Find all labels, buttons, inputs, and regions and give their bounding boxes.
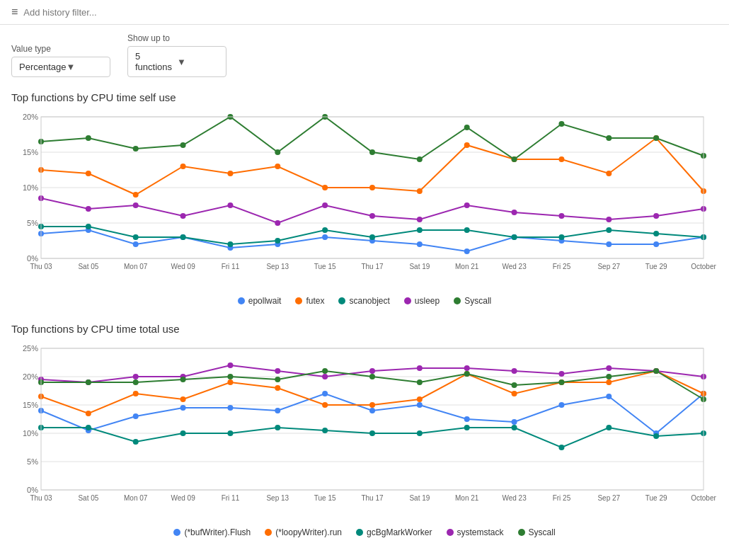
show-up-to-control: Show up to 5 functions ▼ [127, 33, 226, 77]
legend-item: futex [295, 296, 324, 306]
chart2-section: Top functions by CPU time total use (*bu… [0, 317, 729, 537]
legend-item: epollwait [238, 296, 282, 306]
chart1-section: Top functions by CPU time self use epoll… [0, 86, 729, 306]
value-type-label: Value type [11, 44, 110, 54]
show-up-to-select[interactable]: 5 functions ▼ [127, 46, 226, 77]
show-up-to-label: Show up to [127, 33, 226, 43]
legend-item: usleep [404, 296, 440, 306]
chevron-down-icon2: ▼ [177, 57, 219, 67]
filter-placeholder[interactable]: Add history filter... [23, 7, 96, 18]
filter-icon: ≡ [11, 6, 18, 18]
legend-item: Syscall [454, 296, 491, 306]
top-bar: ≡ Add history filter... [0, 0, 729, 25]
chevron-down-icon: ▼ [67, 62, 103, 72]
legend-item: (*bufWriter).Flush [173, 527, 251, 537]
chart2-container [11, 338, 718, 522]
legend-item: systemstack [447, 527, 504, 537]
value-type-control: Value type Percentage ▼ [11, 44, 110, 77]
chart2-title: Top functions by CPU time total use [11, 323, 718, 335]
chart2-legend: (*bufWriter).Flush(*loopyWriter).rungcBg… [11, 527, 718, 537]
legend-item: scanobject [338, 296, 389, 306]
legend-item: (*loopyWriter).run [265, 527, 342, 537]
value-type-value: Percentage [19, 62, 67, 72]
show-up-to-value: 5 functions [135, 51, 177, 72]
controls: Value type Percentage ▼ Show up to 5 fun… [0, 25, 729, 86]
legend-item: gcBgMarkWorker [356, 527, 432, 537]
legend-item: Syscall [518, 527, 556, 537]
chart1-legend: epollwaitfutexscanobjectusleepSyscall [11, 296, 718, 306]
chart1-title: Top functions by CPU time self use [11, 91, 718, 103]
value-type-select[interactable]: Percentage ▼ [11, 57, 110, 77]
chart1-container [11, 106, 718, 290]
